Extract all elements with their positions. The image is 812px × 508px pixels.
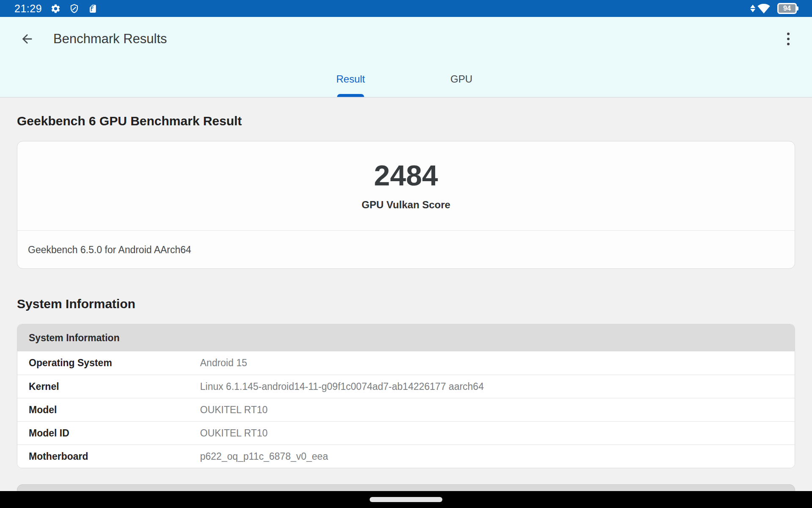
row-label: Model: [17, 404, 200, 416]
wifi-icon: [757, 3, 771, 14]
row-label: Kernel: [17, 381, 200, 392]
score-block: 2484 GPU Vulkan Score: [17, 141, 795, 230]
navigation-bar: [0, 491, 812, 508]
row-label: Motherboard: [17, 451, 200, 462]
clock: 21:29: [14, 3, 42, 15]
status-bar-right: 94: [750, 3, 797, 14]
tab-bar: Result GPU: [0, 61, 812, 97]
tab-gpu-label: GPU: [450, 73, 472, 85]
row-label: Operating System: [17, 357, 200, 369]
kebab-menu-icon: [787, 33, 790, 35]
table-row-motherboard: Motherboard p622_oq_p11c_6878_v0_eea: [17, 444, 795, 468]
active-tab-indicator: [337, 94, 364, 97]
row-value: Linux 6.1.145-android14-11-g09f1c0074ad7…: [200, 381, 484, 392]
sim-card-icon: [88, 3, 98, 14]
table-header: System Information: [17, 324, 795, 351]
status-bar: 21:29 94: [0, 0, 812, 17]
gesture-pill[interactable]: [370, 497, 442, 502]
network-activity-icon: [750, 5, 755, 12]
battery-indicator: 94: [777, 3, 797, 14]
tab-result[interactable]: Result: [295, 61, 406, 97]
result-heading: Geekbench 6 GPU Benchmark Result: [17, 98, 795, 128]
tab-result-label: Result: [336, 73, 365, 85]
app-header: Benchmark Results Result GPU: [0, 17, 812, 98]
settings-gear-icon: [50, 3, 61, 14]
content: Geekbench 6 GPU Benchmark Result 2484 GP…: [0, 98, 812, 497]
score-value: 2484: [374, 161, 438, 190]
battery-percent: 94: [783, 5, 791, 12]
table-row-model: Model OUKITEL RT10: [17, 398, 795, 421]
row-value: Android 15: [200, 357, 247, 369]
table-row-model-id: Model ID OUKITEL RT10: [17, 421, 795, 444]
system-info-table: System Information Operating System Andr…: [17, 324, 795, 468]
score-card: 2484 GPU Vulkan Score Geekbench 6.5.0 fo…: [17, 141, 795, 269]
table-row-kernel: Kernel Linux 6.1.145-android14-11-g09f1c…: [17, 375, 795, 398]
system-info-heading: System Information: [17, 269, 795, 311]
app-bar: Benchmark Results: [0, 17, 812, 61]
tab-gpu[interactable]: GPU: [406, 61, 517, 97]
row-value: OUKITEL RT10: [200, 428, 268, 439]
arrow-left-icon: [20, 32, 34, 46]
row-value: p622_oq_p11c_6878_v0_eea: [200, 451, 328, 462]
table-row-operating-system: Operating System Android 15: [17, 351, 795, 375]
row-value: OUKITEL RT10: [200, 404, 268, 416]
privacy-shield-icon: [69, 3, 80, 14]
back-button[interactable]: [19, 30, 36, 47]
app-version: Geekbench 6.5.0 for Android AArch64: [17, 231, 795, 269]
overflow-menu-button[interactable]: [780, 30, 797, 47]
status-bar-left: 21:29: [14, 3, 106, 15]
score-label: GPU Vulkan Score: [362, 199, 450, 211]
row-label: Model ID: [17, 428, 200, 439]
screen: 21:29 94 Benchmark Results: [0, 0, 812, 508]
page-title: Benchmark Results: [53, 31, 167, 47]
